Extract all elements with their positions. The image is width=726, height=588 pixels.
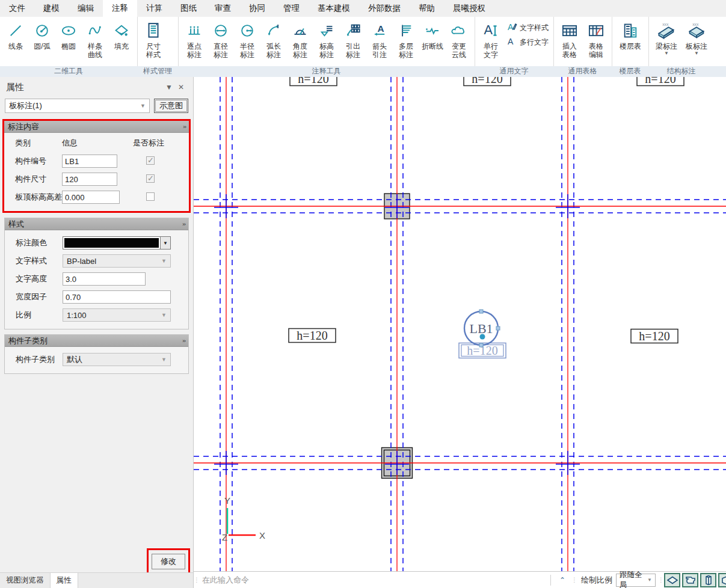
slab-elevation-input[interactable] (62, 191, 120, 204)
menu-manage[interactable]: 管理 (274, 0, 309, 17)
style-section-header[interactable]: 样式 » (5, 218, 188, 230)
text-height-input[interactable] (63, 272, 146, 286)
menu-license[interactable]: 晨曦授权 (444, 0, 494, 17)
break-line-button[interactable]: 折断线 (419, 18, 446, 51)
ribbon-group-label-text: 通用文字 (475, 66, 553, 77)
element-selector-dropdown[interactable]: 板标注(1) ▼ (5, 99, 150, 113)
subtype-dropdown[interactable]: 默认 ▼ (63, 353, 171, 366)
hatch-fill-icon (109, 19, 134, 42)
panel-tab-bar: 视图浏览器 属性 (0, 572, 193, 588)
slab-view-toggle[interactable] (664, 573, 680, 587)
menu-file[interactable]: 文件 (0, 0, 34, 17)
drawing-canvas[interactable]: h=120h=120h=120h=120h=120h=120LB1YXZ (194, 77, 726, 571)
multi-layer-dim-button[interactable]: 多层 标注 (393, 18, 419, 59)
ribbon-group-structural: xxx 梁标注 ▼ xxx 板标注 ▼ 结构标注 (648, 17, 714, 77)
slab-annotate-icon: xxx (684, 19, 709, 42)
ribbon-group-label-annotation: 注释工具 (178, 66, 475, 77)
edit-table-icon (584, 19, 608, 42)
annotation-section-highlight: 标注内容 » 类别 信息 是否标注 构件编号 构件尺寸 (2, 119, 191, 213)
wall-view-toggle[interactable] (718, 573, 726, 587)
selection-grip[interactable] (479, 310, 483, 313)
radius-dim-button[interactable]: 半径 标注 (234, 18, 260, 59)
menu-calculate[interactable]: 计算 (137, 0, 171, 17)
tab-view-browser[interactable]: 视图浏览器 (0, 573, 50, 588)
command-collapse-icon[interactable]: ⌃ (553, 576, 571, 584)
menu-collaborate[interactable]: 协同 (240, 0, 274, 17)
element-number-input[interactable] (62, 155, 117, 168)
multi-line-text-button[interactable]: A 多行文字 (504, 35, 551, 49)
menu-modeling[interactable]: 建模 (34, 0, 69, 17)
element-number-checkbox[interactable] (146, 156, 155, 165)
menu-annotate[interactable]: 注释 (103, 0, 137, 17)
command-bar-grip[interactable]: ⋮ (194, 577, 200, 583)
insertion-point-grip[interactable] (480, 334, 485, 340)
diameter-dim-button[interactable]: 直径 标注 (208, 18, 234, 59)
color-swatch (64, 238, 159, 248)
annotation-color-dropdown[interactable]: ▼ (63, 236, 171, 250)
draw-scale-dropdown[interactable]: 跟随全局 ▼ (616, 574, 656, 587)
schematic-button[interactable]: 示意图 (154, 99, 188, 113)
selection-grip[interactable] (479, 343, 483, 347)
slab-elevation-checkbox[interactable] (146, 192, 155, 201)
tab-properties[interactable]: 属性 (50, 573, 78, 588)
insert-table-button[interactable]: 插入 表格 (556, 18, 583, 59)
spline-button[interactable]: 样条 曲线 (82, 18, 108, 59)
row-slab-elevation: 板顶标高高差 (7, 188, 186, 206)
annotation-section-header[interactable]: 标注内容 » (4, 121, 189, 133)
elevation-dim-button[interactable]: 标高 标注 (313, 18, 340, 59)
floor-table-button[interactable]: 楼层表 (615, 18, 646, 51)
text-style-icon: A (506, 22, 517, 34)
menu-external-data[interactable]: 外部数据 (359, 0, 410, 17)
statusbar-grip[interactable]: ⋮ (658, 577, 664, 583)
point-dim-button[interactable]: 逐点 标注 (181, 18, 208, 59)
beam-annotate-button[interactable]: xxx 梁标注 ▼ (651, 18, 681, 56)
circle-arc-button[interactable]: 圆/弧 (29, 18, 55, 51)
text-style-button[interactable]: A 文字样式 (504, 20, 551, 35)
menu-edit[interactable]: 编辑 (69, 0, 103, 17)
chevron-down-icon: ▼ (161, 357, 167, 363)
modify-button-highlight: 修改 (147, 548, 190, 575)
menu-help[interactable]: 帮助 (410, 0, 444, 17)
line-button[interactable]: 线条 (2, 18, 29, 51)
angle-dim-button[interactable]: 角度 标注 (287, 18, 313, 59)
beam-annotate-dropdown-icon[interactable]: ▼ (664, 51, 669, 56)
width-factor-input[interactable] (63, 290, 171, 304)
dim-style-button[interactable]: 尺寸 样式 (140, 18, 167, 59)
menu-drawings[interactable]: 图纸 (171, 0, 206, 17)
edit-table-button[interactable]: 表格 编辑 (583, 18, 609, 59)
menu-basic-modeling[interactable]: 基本建模 (309, 0, 359, 17)
ellipse-button[interactable]: 椭圆 (55, 18, 82, 51)
multi-line-text-icon: A (506, 36, 517, 49)
arc-length-dim-button[interactable]: 弧长 标注 (260, 18, 287, 59)
single-line-text-button[interactable]: A 单行 文字 (478, 18, 504, 59)
slab-annotate-button[interactable]: xxx 板标注 ▼ (681, 18, 712, 56)
svg-text:xxx: xxx (662, 22, 669, 26)
wall-view-icon (721, 575, 726, 585)
ucs-y-label: Y (224, 495, 230, 506)
modify-button[interactable]: 修改 (152, 554, 185, 569)
panel-close-icon[interactable]: ✕ (175, 83, 187, 91)
element-size-input[interactable] (62, 173, 117, 186)
menu-review[interactable]: 审查 (206, 0, 240, 17)
slab-number-text: LB1 (469, 321, 493, 336)
slab-height-label: h=120 (298, 77, 328, 85)
arc-length-dim-icon (262, 19, 286, 42)
panel-collapse-icon[interactable]: ▼ (163, 83, 175, 91)
text-style-dropdown[interactable]: BP-label ▼ (63, 254, 171, 268)
spline-icon (83, 19, 107, 42)
beam-view-icon (684, 575, 697, 586)
slab-annotate-dropdown-icon[interactable]: ▼ (694, 51, 699, 56)
arrow-leader-button[interactable]: A 箭头 引注 (366, 18, 393, 59)
hatch-button[interactable]: 填充 (108, 18, 135, 51)
scale-dropdown[interactable]: 1:100 ▼ (63, 308, 171, 322)
beam-view-toggle[interactable] (682, 573, 698, 587)
svg-text:A: A (508, 37, 514, 46)
command-input[interactable] (200, 575, 548, 584)
element-size-checkbox[interactable] (146, 174, 155, 183)
selection-grip[interactable] (496, 326, 500, 330)
subtype-section-header[interactable]: 构件子类别 » (5, 335, 188, 347)
leader-dim-button[interactable]: 引出 标注 (340, 18, 366, 59)
column-view-toggle[interactable] (700, 573, 716, 587)
statusbar-grip[interactable]: ⋮ (571, 577, 577, 583)
revision-cloud-button[interactable]: 变更 云线 (446, 18, 472, 59)
